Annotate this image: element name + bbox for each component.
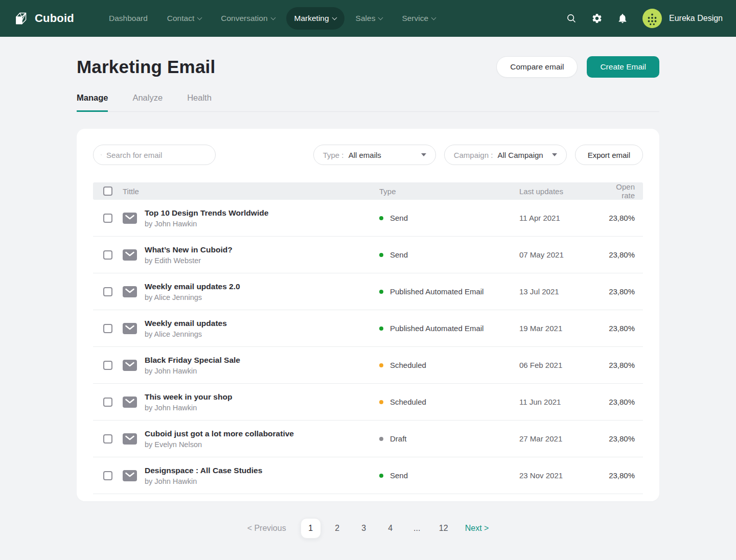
email-title[interactable]: Cuboid just got a lot more collaborative [145,429,294,438]
main-content: Marketing Email Compare email Create Ema… [77,56,659,539]
email-title[interactable]: Weekly email updates [145,319,227,328]
header-last-updates: Last updates [519,187,604,196]
page-button-1[interactable]: 1 [301,518,321,539]
status-label: Scheduled [390,361,426,369]
status-label: Published Automated Email [390,324,484,333]
email-author: by Edith Webster [145,256,233,265]
open-rate: 23,80% [604,250,635,259]
campaign-filter-value: All Campaign [498,151,543,159]
status-dot [379,326,383,331]
table-row[interactable]: What’s New in Cuboid? by Edith Webster S… [93,237,643,273]
chevron-down-icon [197,15,202,20]
email-icon [123,433,137,445]
nav-item-conversation[interactable]: Conversation [213,7,283,30]
email-title[interactable]: Designspace : All Case Studies [145,466,262,475]
row-checkbox[interactable] [103,398,112,407]
type-filter-dropdown[interactable]: Type : All emails [313,145,436,165]
email-title[interactable]: Black Friday Special Sale [145,356,240,365]
bell-icon[interactable] [616,12,629,25]
header-open-rate: Open rate [604,182,635,200]
table-row[interactable]: Black Friday Special Sale by John Hawkin… [93,347,643,384]
last-updated: 07 May 2021 [519,250,604,259]
table-row[interactable]: Weekly email updates 2.0 by Alice Jennin… [93,273,643,310]
topbar-actions: Eureka Design [565,8,723,29]
compare-email-button[interactable]: Compare email [496,56,578,78]
status-label: Draft [390,434,407,443]
email-icon [123,470,137,481]
email-table-body: Top 10 Design Trends Worldwide by John H… [93,200,643,494]
nav-item-dashboard[interactable]: Dashboard [101,7,156,30]
table-row[interactable]: Designspace : All Case Studies by John H… [93,457,643,494]
nav-item-contact[interactable]: Contact [159,7,210,30]
email-search[interactable] [93,145,216,165]
email-author: by John Hawkin [145,220,268,228]
search-icon [101,150,102,159]
row-checkbox[interactable] [103,214,112,223]
open-rate: 23,80% [604,324,635,333]
email-icon [123,323,137,334]
status-label: Send [390,471,408,480]
table-header: Tittle Type Last updates Open rate [93,182,643,200]
row-checkbox[interactable] [103,250,112,260]
row-checkbox[interactable] [103,471,112,480]
nav-item-service[interactable]: Service [394,7,444,30]
email-title[interactable]: Weekly email updates 2.0 [145,282,240,291]
type-filter-label: Type : [323,151,346,159]
email-title[interactable]: What’s New in Cuboid? [145,245,233,254]
page-button-2[interactable]: 2 [324,518,351,539]
status-dot [379,253,383,257]
page-button-...[interactable]: ... [404,518,430,539]
status-dot [379,363,383,367]
chevron-down-icon [431,15,436,20]
table-row[interactable]: Weekly email updates by Alice Jennings P… [93,310,643,347]
create-email-button[interactable]: Create Email [587,56,659,78]
nav-item-label: Service [402,14,428,23]
nav-item-label: Sales [356,14,376,23]
email-author: by Alice Jennings [145,330,227,338]
tab-health[interactable]: Health [187,93,212,112]
main-nav: DashboardContactConversationMarketingSal… [101,7,444,30]
open-rate: 23,80% [604,214,635,222]
chevron-down-icon [332,15,337,20]
email-icon [123,286,137,297]
page-button-3[interactable]: 3 [351,518,377,539]
search-input[interactable] [106,151,208,159]
search-icon[interactable] [565,12,578,25]
table-row[interactable]: Top 10 Design Trends Worldwide by John H… [93,200,643,237]
next-page-button[interactable]: Next > [465,524,489,533]
row-checkbox[interactable] [103,287,112,296]
chevron-down-icon [270,15,275,20]
filter-row: Type : All emails Campaign : All Campaig… [93,145,643,165]
email-title[interactable]: Top 10 Design Trends Worldwide [145,208,268,218]
last-updated: 11 Jun 2021 [519,398,604,406]
email-author: by John Hawkin [145,367,240,375]
nav-item-marketing[interactable]: Marketing [286,7,344,30]
nav-item-sales[interactable]: Sales [348,7,391,30]
table-row[interactable]: Cuboid just got a lot more collaborative… [93,421,643,457]
page-button-4[interactable]: 4 [377,518,404,539]
email-author: by John Hawkin [145,404,232,412]
page-button-12[interactable]: 12 [430,518,457,539]
email-title[interactable]: This week in your shop [145,392,232,402]
table-row[interactable]: This week in your shop by John Hawkin Sc… [93,384,643,421]
open-rate: 23,80% [604,398,635,406]
email-list-card: Type : All emails Campaign : All Campaig… [77,129,659,501]
email-icon [123,213,137,224]
row-checkbox[interactable] [103,361,112,370]
cuboid-logo-icon [13,11,29,27]
open-rate: 23,80% [604,361,635,369]
user-menu[interactable]: Eureka Design [642,8,723,29]
export-email-button[interactable]: Export email [575,145,643,165]
brand-logo[interactable]: Cuboid [13,11,74,27]
previous-page-button[interactable]: < Previous [247,524,286,533]
pagination-pages: 1234...12 [297,518,457,539]
row-checkbox[interactable] [103,324,112,333]
select-all-checkbox[interactable] [103,186,112,196]
gear-icon[interactable] [591,12,603,25]
last-updated: 13 Jul 2021 [519,287,604,296]
nav-item-label: Conversation [221,14,267,23]
campaign-filter-dropdown[interactable]: Campaign : All Campaign [444,145,567,165]
row-checkbox[interactable] [103,434,112,444]
tab-manage[interactable]: Manage [77,93,108,112]
tab-analyze[interactable]: Analyze [132,93,163,112]
